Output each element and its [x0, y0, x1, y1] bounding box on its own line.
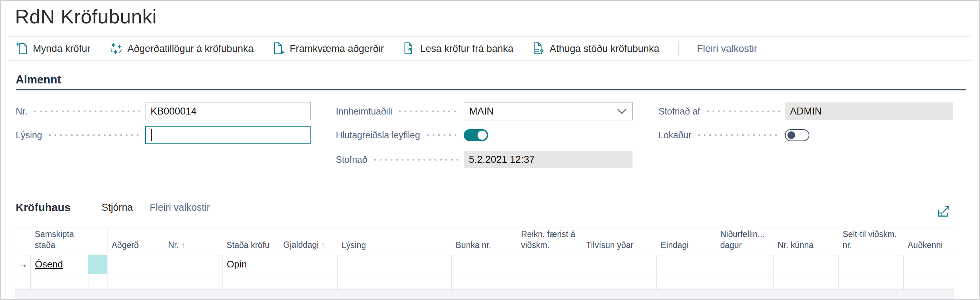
field-lokadur: Lokaður [659, 126, 809, 144]
cell-eindagi[interactable] [656, 255, 716, 274]
sort-ascending-icon: ↑ [321, 241, 325, 249]
cell-gjalddagi[interactable] [279, 274, 337, 289]
col-header-adgerd[interactable]: Aðgerð [107, 228, 164, 255]
read-from-bank-icon [403, 42, 415, 56]
cell-nr[interactable] [164, 255, 222, 274]
action-label: Athuga stöðu kröfubunka [550, 43, 659, 54]
col-header-stada-krofu[interactable]: Staða kröfu [222, 228, 279, 255]
lines-grid: Samskipta staða Aðgerð Nr. ↑ Staða kröfu… [15, 228, 954, 299]
action-label: Aðgerðatillögur á kröfubunka [127, 43, 254, 54]
cell-highlight[interactable] [88, 274, 107, 289]
dotted-leader [397, 110, 458, 112]
osend-link[interactable]: Ósend [35, 259, 63, 270]
toolbar-divider [678, 41, 679, 56]
nr-input[interactable]: KB000014 [145, 102, 310, 120]
grid-header-row: Samskipta staða Aðgerð Nr. ↑ Staða kröfu… [15, 228, 954, 255]
cell-gjalddagi[interactable] [279, 255, 337, 274]
cell-tilvisun[interactable] [582, 255, 656, 274]
col-header-selt-til[interactable]: Selt-til viðskm. nr. [838, 228, 903, 255]
table-row: → Ósend Opin [15, 255, 954, 274]
stofnad-value: 5.2.2021 12:37 [469, 154, 535, 165]
section-title-general[interactable]: Almennt [16, 73, 61, 86]
col-header-bunka-nr[interactable]: Bunka nr. [451, 228, 517, 255]
field-lysing: Lýsing [16, 126, 310, 144]
col-header-nr[interactable]: Nr. ↑ [164, 228, 222, 255]
innheimtuadili-select[interactable]: MAIN [464, 102, 633, 120]
expand-icon [937, 205, 950, 219]
cell-lysing[interactable] [337, 255, 451, 274]
cell-audkenni[interactable] [903, 255, 954, 274]
cell-nidurfellingardagur[interactable] [716, 274, 773, 289]
cell-nr-kunna[interactable] [773, 255, 838, 274]
dotted-leader [372, 159, 458, 161]
cell-nr-kunna[interactable] [773, 274, 838, 289]
cell-stada-krofu[interactable] [222, 274, 279, 289]
page-title: RdN Kröfubunki [15, 5, 157, 28]
cell-bunka-nr[interactable] [451, 274, 517, 289]
cell-samskipta-stada[interactable] [30, 274, 88, 289]
cell-nidurfellingardagur[interactable] [716, 255, 773, 274]
col-header-samskipta-stada[interactable]: Samskipta staða [30, 228, 88, 255]
lines-menu-more-options[interactable]: Fleiri valkostir [150, 202, 210, 213]
dotted-leader [425, 134, 458, 136]
field-hlutagreidsla: Hlutagreiðsla leyfileg [336, 126, 488, 144]
chevron-down-icon [617, 108, 627, 114]
stofnad-af-value: ADMIN [790, 106, 822, 117]
field-nr: Nr. KB000014 [16, 102, 310, 120]
dotted-leader [47, 134, 140, 136]
hlutagreidsla-label: Hlutagreiðsla leyfileg [336, 130, 420, 140]
nr-label: Nr. [16, 106, 27, 117]
action-label: Lesa kröfur frá banka [420, 43, 513, 54]
stofnad-label: Stofnað [336, 155, 367, 165]
dotted-leader [32, 110, 140, 112]
cell-adgerd[interactable] [107, 255, 164, 274]
lokadur-toggle[interactable] [785, 129, 809, 141]
col-header-gjalddagi[interactable]: Gjalddagi ↑ [279, 228, 337, 255]
cell-highlight[interactable] [88, 255, 107, 274]
cell-stada-krofu[interactable]: Opin [222, 255, 279, 274]
cell-eindagi[interactable] [656, 274, 716, 289]
col-header-eindagi[interactable]: Eindagi [656, 228, 716, 255]
cell-lysing[interactable] [337, 274, 451, 289]
sort-ascending-icon: ↑ [181, 241, 185, 249]
action-lesa-krofur[interactable]: Lesa kröfur frá banka [403, 42, 513, 56]
action-adgerdatillogur[interactable]: Aðgerðatillögur á kröfubunka [110, 42, 254, 56]
col-header-nr-kunna[interactable]: Nr. kúnna [773, 228, 838, 255]
lysing-input[interactable] [145, 126, 310, 144]
lines-menu-stjorna[interactable]: Stjórna [102, 202, 133, 213]
vertical-divider [86, 198, 86, 217]
cell-selt-til[interactable] [838, 255, 903, 274]
col-header-reikn[interactable]: Reikn. færist á viðskm. [517, 228, 582, 255]
cell-reikn[interactable] [517, 274, 582, 289]
cell-samskipta-stada[interactable]: Ósend [30, 255, 88, 274]
action-framkvaema[interactable]: Framkvæma aðgerðir [273, 42, 384, 56]
stofnad-af-label: Stofnað af [659, 106, 700, 117]
col-header-tilvisun[interactable]: Tilvísun yðar [582, 228, 656, 255]
cell-bunka-nr[interactable] [451, 255, 517, 274]
action-label: Framkvæma aðgerðir [290, 43, 384, 54]
col-header-lysing[interactable]: Lýsing [337, 228, 451, 255]
focus-mode-button[interactable] [935, 204, 951, 220]
stofnad-af-field: ADMIN [785, 102, 953, 120]
hlutagreidsla-toggle[interactable] [464, 129, 488, 141]
new-document-icon [16, 42, 28, 56]
cell-tilvisun[interactable] [582, 274, 656, 289]
section-title-krofuhaus[interactable]: Kröfuhaus [16, 201, 70, 214]
nr-value: KB000014 [151, 106, 197, 117]
cell-adgerd[interactable] [107, 274, 164, 289]
action-athuga-stodu[interactable]: ? Athuga stöðu kröfubunka [532, 42, 659, 56]
more-options-button[interactable]: Fleiri valkostir [697, 43, 757, 54]
cell-selt-til[interactable] [838, 274, 903, 289]
active-row-indicator: → [15, 255, 30, 274]
action-mynda-krofur[interactable]: Mynda kröfur [16, 42, 91, 56]
col-header-nidurfellingardagur[interactable]: Niðurfellin... dagur [716, 228, 773, 255]
toggle-knob [477, 131, 487, 140]
col-header-audkenni[interactable]: Auðkenni [903, 228, 954, 255]
cell-nr[interactable] [164, 274, 222, 289]
cell-audkenni[interactable] [903, 274, 954, 289]
lysing-label: Lýsing [16, 130, 42, 140]
lokadur-label: Lokaður [659, 130, 691, 140]
separator [9, 36, 971, 37]
cell-reikn[interactable] [517, 255, 582, 274]
page: RdN Kröfubunki Mynda kröfur [0, 0, 980, 300]
